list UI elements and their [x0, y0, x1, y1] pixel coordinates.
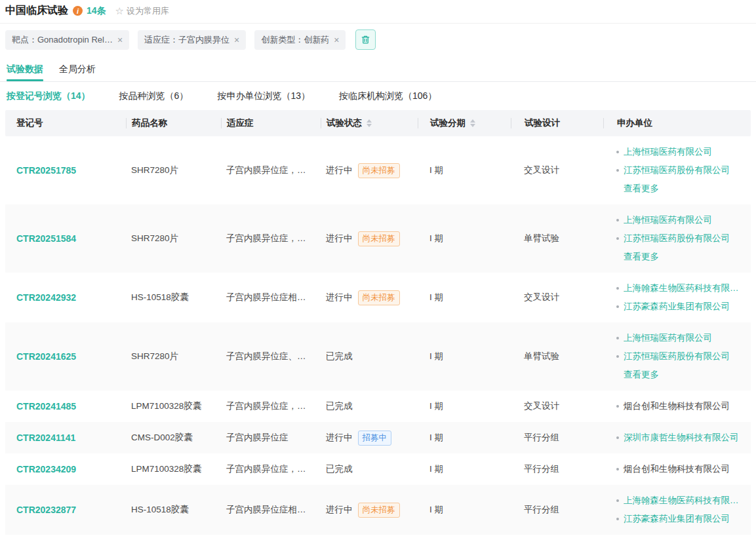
column-header-indication: 适应症 — [221, 118, 321, 128]
registration-number-cell: CTR20241141 — [5, 426, 126, 450]
registration-number-link[interactable]: CTR20242932 — [16, 292, 76, 303]
sponsor-name-link[interactable]: 上海翰森生物医药科技有限… — [624, 279, 739, 298]
indication-cell: 子宫内膜异位症、… — [221, 344, 321, 369]
trial-status-text: 进行中 — [326, 164, 353, 176]
bullet-icon — [616, 355, 619, 358]
subtab-by-registration[interactable]: 按登记号浏览（14） — [7, 90, 90, 102]
filter-tag[interactable]: 创新类型：创新药× — [254, 30, 346, 50]
view-more-link[interactable]: 查看更多 — [624, 366, 751, 384]
trial-phase-cell: I 期 — [418, 497, 511, 522]
drug-name-cell: SHR7280片 — [126, 158, 221, 183]
table-body: CTR20251785SHR7280片子宫内膜异位症，…进行中尚未招募I 期交叉… — [5, 136, 751, 535]
trial-status-text: 已完成 — [326, 463, 353, 475]
sponsor-name-link[interactable]: 深圳市康哲生物科技有限公司 — [624, 429, 739, 447]
bullet-icon — [616, 468, 619, 471]
subtab-by-site[interactable]: 按临床机构浏览（106） — [339, 90, 437, 102]
filter-tag[interactable]: 靶点：Gonadotropin Rel…× — [5, 30, 129, 50]
registration-number-link[interactable]: CTR20241141 — [16, 432, 75, 443]
trial-design-cell: 平行分组 — [511, 457, 603, 482]
sponsor-name-link[interactable]: 江苏恒瑞医药股份有限公司 — [624, 161, 730, 180]
registration-number-link[interactable]: CTR20232877 — [16, 505, 76, 515]
trial-design-cell: 单臂试验 — [511, 226, 603, 251]
column-header-registration-number: 登记号 — [5, 118, 126, 128]
column-header-drug-name: 药品名称 — [126, 118, 221, 128]
indication-cell: 子宫内膜异位症，… — [221, 394, 321, 419]
sponsor-name-link[interactable]: 江苏恒瑞医药股份有限公司 — [624, 229, 730, 248]
trial-phase-cell: I 期 — [418, 285, 511, 310]
recruitment-status-badge: 尚未招募 — [358, 163, 400, 178]
trial-phase-cell: I 期 — [418, 344, 511, 369]
trial-status-cell: 进行中尚未招募 — [321, 157, 418, 185]
sponsor-list-item: 烟台创和生物科技有限公司 — [616, 397, 751, 415]
registration-number-link[interactable]: CTR20241485 — [16, 401, 76, 412]
subtab-by-sponsor[interactable]: 按申办单位浏览（13） — [217, 90, 310, 102]
indication-cell: 子宫内膜异位症，… — [221, 226, 321, 251]
tab-global-analysis[interactable]: 全局分析 — [59, 60, 96, 81]
sponsor-name-link[interactable]: 上海翰森生物医药科技有限… — [624, 491, 739, 510]
filter-bar: 靶点：Gonadotropin Rel…×适应症：子宫内膜异位×创新类型：创新药… — [0, 24, 756, 60]
registration-number-cell: CTR20242932 — [5, 286, 126, 309]
sponsor-name-link[interactable]: 江苏恒瑞医药股份有限公司 — [624, 347, 730, 366]
trial-status: 进行中尚未招募 — [326, 231, 418, 246]
filter-tag[interactable]: 适应症：子宫内膜异位× — [138, 30, 246, 50]
bullet-icon — [616, 436, 619, 439]
set-favorite-button[interactable]: ☆ 设为常用库 — [115, 5, 169, 17]
table-row: CTR20234209LPM7100328胶囊子宫内膜异位症，…已完成I 期平行… — [5, 453, 751, 485]
trial-design-cell: 平行分组 — [511, 497, 603, 522]
sponsor-cell: 上海翰森生物医药科技有限…江苏豪森药业集团有限公司 — [603, 485, 751, 535]
registration-number-cell: CTR20232877 — [5, 498, 126, 522]
registration-number-link[interactable]: CTR20251584 — [16, 233, 76, 244]
sponsor-list-item: 上海恒瑞医药有限公司 — [616, 211, 751, 229]
indication-cell: 子宫内膜异位症，… — [221, 457, 321, 482]
bullet-icon — [616, 287, 619, 290]
sponsor-cell: 上海恒瑞医药有限公司江苏恒瑞医药股份有限公司查看更多 — [603, 136, 751, 204]
filter-tag-label: 创新类型：创新药 — [261, 34, 329, 46]
column-header-label: 试验分期 — [430, 117, 466, 129]
registration-number-link[interactable]: CTR20251785 — [16, 165, 76, 176]
sponsor-name-link[interactable]: 上海恒瑞医药有限公司 — [624, 143, 712, 161]
sponsor-name-link[interactable]: 上海恒瑞医药有限公司 — [624, 329, 712, 347]
sponsor-list-item: 烟台创和生物科技有限公司 — [616, 460, 751, 478]
trial-status-text: 进行中 — [326, 233, 353, 244]
drug-name-cell: SHR7280片 — [126, 344, 221, 369]
registration-number-cell: CTR20241625 — [5, 345, 126, 368]
filter-tag-list: 靶点：Gonadotropin Rel…×适应症：子宫内膜异位×创新类型：创新药… — [5, 30, 354, 50]
table-row: CTR20251785SHR7280片子宫内膜异位症，…进行中尚未招募I 期交叉… — [5, 136, 751, 204]
drug-name-cell: CMS-D002胶囊 — [126, 425, 221, 450]
sponsor-list-item: 上海恒瑞医药有限公司 — [616, 143, 751, 161]
sponsor-name-link[interactable]: 江苏豪森药业集团有限公司 — [624, 510, 730, 528]
column-header-label: 申办单位 — [617, 117, 652, 129]
close-icon[interactable]: × — [117, 35, 123, 45]
column-header-label: 试验状态 — [327, 117, 362, 129]
registration-number-link[interactable]: CTR20241625 — [16, 351, 76, 362]
trial-status-cell: 已完成 — [321, 344, 418, 369]
sponsor-name-link[interactable]: 上海恒瑞医药有限公司 — [624, 211, 712, 229]
trial-phase-cell: I 期 — [418, 425, 511, 450]
trial-status-cell: 进行中尚未招募 — [321, 284, 418, 312]
subtab-by-variety[interactable]: 按品种浏览（6） — [119, 90, 189, 102]
sponsor-list-item: 江苏恒瑞医药股份有限公司 — [616, 347, 751, 366]
sort-control[interactable] — [367, 119, 372, 127]
close-icon[interactable]: × — [234, 35, 239, 45]
sort-control[interactable] — [470, 119, 475, 127]
bullet-icon — [616, 151, 619, 153]
info-icon[interactable]: i — [73, 6, 83, 16]
page-title: 中国临床试验 — [5, 4, 68, 18]
trial-status: 进行中尚未招募 — [326, 163, 418, 178]
sponsor-name: 烟台创和生物科技有限公司 — [624, 460, 730, 478]
bullet-icon — [616, 337, 619, 339]
tab-trial-data[interactable]: 试验数据 — [7, 60, 43, 81]
view-more-link[interactable]: 查看更多 — [624, 248, 751, 266]
trial-design-cell: 交叉设计 — [511, 158, 603, 183]
close-icon[interactable]: × — [334, 35, 339, 45]
trial-status-cell: 进行中招募中 — [321, 424, 418, 452]
china-clinical-trials-page: 中国临床试验 i 14条 ☆ 设为常用库 靶点：Gonadotropin Rel… — [0, 0, 756, 538]
sponsor-name-link[interactable]: 江苏豪森药业集团有限公司 — [624, 298, 730, 316]
table-row: CTR20242932HS-10518胶囊子宫内膜异位症相…进行中尚未招募I 期… — [5, 273, 751, 322]
clear-filters-button[interactable] — [355, 29, 376, 50]
table-row: CTR20241625SHR7280片子宫内膜异位症、…已完成I 期单臂试验上海… — [5, 322, 751, 391]
view-more-link[interactable]: 查看更多 — [624, 180, 751, 198]
registration-number-link[interactable]: CTR20234209 — [16, 464, 76, 474]
trial-status: 已完成 — [326, 351, 418, 362]
sort-desc-icon — [470, 124, 475, 127]
